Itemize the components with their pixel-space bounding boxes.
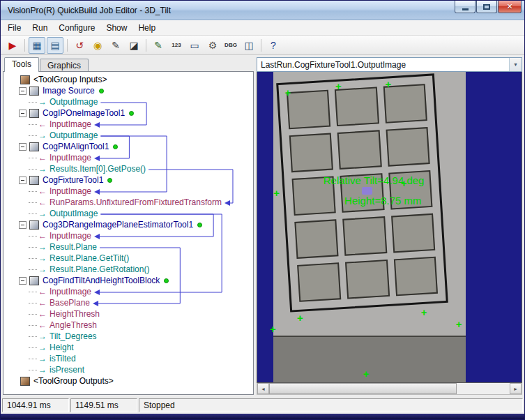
tree-node-label: RunParams.UnfixturedFromFixturedTransfor… [50,197,222,207]
close-button[interactable]: ✕ [498,1,522,13]
expand-collapse-icon[interactable] [19,143,26,151]
tree-guide-line [29,135,37,136]
dropdown-arrow-icon[interactable]: ▼ [509,58,522,71]
tab-graphics[interactable]: Graphics [40,59,89,72]
tree-node-cog3drangeimageplaneestimatortool1[interactable]: Cog3DRangeImagePlaneEstimatorTool1 [3,219,253,230]
range-image-pocket [393,257,437,297]
tree-node-height[interactable]: →Height [3,342,253,353]
toolgroup-outputs-icon [20,377,30,386]
tree-node-label: AngleThresh [50,320,97,330]
tree-node-ispresent[interactable]: →isPresent [3,364,253,375]
tree-node-label: isPresent [50,365,84,375]
tree-node-result-plane-gettilt[interactable]: →Result.Plane.GetTilt() [3,253,253,264]
toolgroup-inputs-icon [20,75,30,84]
posted-values-button[interactable]: 123 [168,37,185,54]
output-terminal-icon: → [38,343,47,352]
tree-guide-line [29,236,37,237]
toolbar-separator [67,39,68,52]
tree-node-image-source[interactable]: Image Source [3,85,253,96]
menu-item-file[interactable]: File [2,21,26,35]
tree-node-label: CogFixtureTool1 [43,175,103,185]
tree-guide-line [29,347,37,348]
stamp-button[interactable]: ◪ [125,37,142,54]
tree-node-cogiponeimagetool1[interactable]: CogIPOneImageTool1 [3,107,253,119]
tree-node-runparams-unfixturedfromfixturedtransform[interactable]: ←RunParams.UnfixturedFromFixturedTransfo… [3,197,253,208]
scroll-right-button[interactable]: ► [510,383,522,394]
run-continuous-button[interactable]: ◉ [89,37,106,54]
tree-node-anglethresh[interactable]: ←AngleThresh [3,320,253,331]
minimize-button[interactable] [455,1,475,13]
tree-node-label: HeightThresh [50,309,100,319]
tree-node-label: OutputImage [50,130,98,140]
range-image-pocket [297,262,341,302]
input-terminal-icon: ← [38,321,47,329]
reset-job-button[interactable]: ↺ [71,37,88,54]
help-button[interactable]: ? [265,37,282,54]
tree-node-label: Results.Item[0].GetPose() [50,164,146,174]
menubar: FileRunConfigureShowHelp [1,20,524,36]
menu-item-help[interactable]: Help [132,21,161,35]
image-source-dropdown[interactable]: LastRun.CogFixtureTool1.OutputImage ▼ [257,57,522,72]
stamp-icon: ◪ [129,40,138,50]
tree-node-inputimage[interactable]: ←InputImage [3,152,253,163]
tree-node-cogfixturetool1[interactable]: CogFixtureTool1 [3,174,253,186]
display-monitor-icon: ▭ [190,40,199,50]
tree-node-tilt-degrees[interactable]: →Tilt_Degrees [3,331,253,342]
scroll-thumb[interactable] [269,383,457,394]
scroll-left-button[interactable]: ◄ [257,383,269,394]
range-plane-estimator-icon [29,220,39,230]
tree-node-result-plane-getrotation[interactable]: →Result.Plane.GetRotation() [3,264,253,275]
show-image-displays-button[interactable]: ▦ [29,37,45,54]
tree-node-heightthresh[interactable]: ←HeightThresh [3,308,253,320]
range-image-lower-band [273,336,466,382]
tree-node-inputimage[interactable]: ←InputImage [3,186,253,197]
tree-node-cogfindtiltandheighttoolblock[interactable]: CogFindTiltAndHeightToolBlock [3,275,253,286]
tree-node-inputimage[interactable]: ←InputImage [3,119,253,130]
tree-node-outputimage[interactable]: →OutputImage [3,96,253,107]
tree-node-label: CogFindTiltAndHeightToolBlock [43,276,160,285]
tree-node-result-plane[interactable]: →Result.Plane [3,241,253,253]
run-job-button[interactable]: ▶ [4,37,21,54]
feature-cross-marker: + [456,319,462,329]
horizontal-scrollbar[interactable]: ◄ ► [257,383,522,395]
menu-item-show[interactable]: Show [100,21,132,35]
image-display[interactable]: Relative Tilt=4.94 deg Height=8.75 mm ++… [257,72,522,383]
tree-node-cogpmaligntool1[interactable]: CogPMAlignTool1 [3,141,253,152]
tree-node-toolgroup-inputs[interactable]: <ToolGroup Inputs> [3,74,253,85]
range-image-pocket [386,127,429,167]
menu-item-configure[interactable]: Configure [53,21,100,35]
menu-item-run[interactable]: Run [26,21,53,35]
tree-node-baseplane[interactable]: ←BasePlane [3,297,253,308]
tree-node-toolgroup-outputs[interactable]: <ToolGroup Outputs> [3,375,253,387]
range-image-pocket [294,219,338,259]
edit-job-button[interactable]: ✎ [150,37,167,54]
expand-collapse-icon[interactable] [19,110,26,117]
expand-collapse-icon[interactable] [19,87,26,95]
expand-collapse-icon[interactable] [19,221,26,229]
tree-node-outputimage[interactable]: →OutputImage [3,130,253,141]
maximize-button[interactable] [476,1,497,13]
input-terminal-icon: ← [38,232,47,240]
debug-button[interactable]: DBG [222,37,239,54]
show-tool-displays-button[interactable]: ▤ [47,37,63,54]
statusbar: 1044.91 ms 1149.51 ms Stopped [1,397,524,414]
display-monitor-button[interactable]: ▭ [186,37,203,54]
expand-collapse-icon[interactable] [19,177,26,184]
scroll-track[interactable] [269,383,510,394]
range-image-region [273,72,466,382]
tree-guide-line [29,269,37,270]
tool-tree-container: <ToolGroup Inputs>Image Source→OutputIma… [3,71,254,395]
tree-node-label: Cog3DRangeImagePlaneEstimatorTool1 [43,220,193,230]
tree-node-inputimage[interactable]: ←InputImage [3,230,253,241]
pen-edit-button[interactable]: ✎ [107,37,124,54]
tree-node-istilted[interactable]: →isTilted [3,353,253,364]
tree-node-inputimage[interactable]: ←InputImage [3,286,253,297]
tree-node-results-item-0-getpose[interactable]: →Results.Item[0].GetPose() [3,163,253,174]
tree-guide-line [29,325,37,326]
tree-node-label: <ToolGroup Outputs> [33,376,114,386]
tree-node-outputimage[interactable]: →OutputImage [3,208,253,219]
layout-button[interactable]: ◫ [241,37,257,54]
expand-collapse-icon[interactable] [19,277,26,285]
options-tools-button[interactable]: ⚙ [204,37,221,54]
tab-tools[interactable]: Tools [4,57,39,72]
